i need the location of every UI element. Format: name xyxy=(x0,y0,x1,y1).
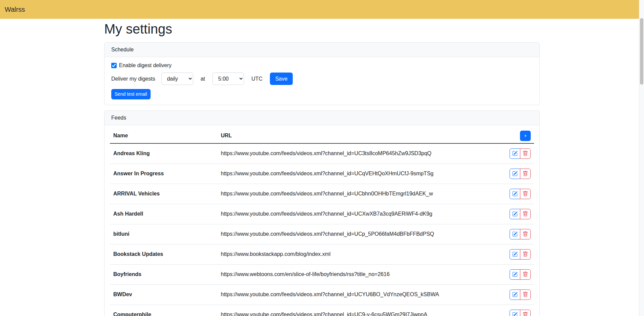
add-feed-button[interactable]: + xyxy=(520,131,531,141)
feed-url: https://www.youtube.com/feeds/videos.xml… xyxy=(217,224,490,244)
feed-actions-cell xyxy=(490,264,534,284)
feed-actions-cell xyxy=(490,305,534,316)
pencil-icon xyxy=(512,292,518,297)
edit-feed-button[interactable] xyxy=(510,169,520,179)
schedule-card-header: Schedule xyxy=(105,43,539,57)
feed-actions xyxy=(510,209,531,219)
delete-feed-button[interactable] xyxy=(520,169,531,179)
column-header-name: Name xyxy=(110,129,217,143)
edit-feed-button[interactable] xyxy=(510,310,520,316)
edit-feed-button[interactable] xyxy=(510,249,520,260)
feed-row: Boyfriends https://www.webtoons.com/en/s… xyxy=(110,264,534,284)
feed-actions xyxy=(510,249,531,260)
feed-name: BWDev xyxy=(110,284,217,305)
column-header-url: URL xyxy=(217,129,490,143)
delete-feed-button[interactable] xyxy=(520,269,531,280)
feed-actions-cell xyxy=(490,204,534,224)
feed-row: ARRIVAL Vehicles https://www.youtube.com… xyxy=(110,184,534,204)
feed-name: Ash Hardell xyxy=(110,204,217,224)
schedule-card-body: Enable digest delivery Deliver my digest… xyxy=(105,57,539,105)
trash-icon xyxy=(523,272,528,277)
enable-digest-checkbox[interactable] xyxy=(111,63,117,68)
navbar: Walrss xyxy=(0,0,644,19)
feed-actions xyxy=(510,310,531,316)
feed-url: https://www.youtube.com/feeds/videos.xml… xyxy=(217,305,490,316)
time-select[interactable]: 5:00 xyxy=(212,73,244,85)
feed-url: https://www.youtube.com/feeds/videos.xml… xyxy=(217,184,490,204)
feed-actions-cell xyxy=(490,164,534,184)
feed-row: Answer In Progress https://www.youtube.c… xyxy=(110,164,534,184)
navbar-brand[interactable]: Walrss xyxy=(5,6,25,13)
feed-name: Answer In Progress xyxy=(110,164,217,184)
enable-digest-row: Enable digest delivery xyxy=(111,62,534,69)
feed-actions-cell xyxy=(490,184,534,204)
feed-url: https://www.youtube.com/feeds/videos.xml… xyxy=(217,204,490,224)
edit-feed-button[interactable] xyxy=(510,229,520,239)
delete-feed-button[interactable] xyxy=(520,209,531,219)
feed-row: Computerphile https://www.youtube.com/fe… xyxy=(110,305,534,316)
delete-feed-button[interactable] xyxy=(520,249,531,260)
pencil-icon xyxy=(512,191,518,196)
edit-feed-button[interactable] xyxy=(510,189,520,199)
enable-digest-label[interactable]: Enable digest delivery xyxy=(119,62,172,69)
feed-row: bitluni https://www.youtube.com/feeds/vi… xyxy=(110,224,534,244)
feed-url: https://www.bookstackapp.com/blog/index.… xyxy=(217,244,490,264)
feeds-table: Name URL + Andreas Kling https://www.you… xyxy=(110,129,534,316)
timezone-label: UTC xyxy=(251,76,263,82)
feed-row: Bookstack Updates https://www.bookstacka… xyxy=(110,244,534,264)
feed-actions-cell xyxy=(490,224,534,244)
scrollbar-thumb[interactable] xyxy=(640,18,643,85)
feed-url: https://www.youtube.com/feeds/videos.xml… xyxy=(217,143,490,164)
feed-row: BWDev https://www.youtube.com/feeds/vide… xyxy=(110,284,534,305)
trash-icon xyxy=(523,252,528,257)
pencil-icon xyxy=(512,272,518,277)
feed-actions-cell xyxy=(490,284,534,305)
send-test-email-button[interactable]: Send test email xyxy=(111,89,151,99)
column-header-actions: + xyxy=(490,129,534,143)
delete-feed-button[interactable] xyxy=(520,189,531,199)
feeds-card: Feeds Name URL + Andreas Kling https://w… xyxy=(104,110,540,316)
feed-row: Ash Hardell https://www.youtube.com/feed… xyxy=(110,204,534,224)
trash-icon xyxy=(523,171,528,176)
feed-actions xyxy=(510,229,531,239)
edit-feed-button[interactable] xyxy=(510,209,520,219)
pencil-icon xyxy=(512,151,518,156)
edit-feed-button[interactable] xyxy=(510,289,520,300)
delete-feed-button[interactable] xyxy=(520,229,531,239)
feed-actions xyxy=(510,289,531,300)
feed-actions-cell xyxy=(490,244,534,264)
schedule-card: Schedule Enable digest delivery Deliver … xyxy=(104,42,540,105)
feed-url: https://www.youtube.com/feeds/videos.xml… xyxy=(217,164,490,184)
feed-actions xyxy=(510,169,531,179)
feed-row: Andreas Kling https://www.youtube.com/fe… xyxy=(110,143,534,164)
feed-actions xyxy=(510,189,531,199)
feed-name: Computerphile xyxy=(110,305,217,316)
trash-icon xyxy=(523,151,528,156)
feeds-table-header-row: Name URL + xyxy=(110,129,534,143)
frequency-select[interactable]: daily xyxy=(161,73,193,85)
trash-icon xyxy=(523,211,528,217)
feed-name: Boyfriends xyxy=(110,264,217,284)
delete-feed-button[interactable] xyxy=(520,289,531,300)
feed-name: Bookstack Updates xyxy=(110,244,217,264)
feed-name: Andreas Kling xyxy=(110,143,217,164)
delivery-controls: Deliver my digests daily at 5:00 UTC Sav… xyxy=(111,73,534,85)
main-content: My settings Schedule Enable digest deliv… xyxy=(100,21,544,316)
pencil-icon xyxy=(512,231,518,237)
pencil-icon xyxy=(512,252,518,257)
feed-name: ARRIVAL Vehicles xyxy=(110,184,217,204)
scrollbar[interactable] xyxy=(639,0,644,316)
save-button[interactable]: Save xyxy=(270,73,293,85)
feeds-card-header: Feeds xyxy=(105,111,539,125)
feed-url: https://www.youtube.com/feeds/videos.xml… xyxy=(217,284,490,305)
feed-url: https://www.webtoons.com/en/slice-of-lif… xyxy=(217,264,490,284)
feed-actions xyxy=(510,269,531,280)
edit-feed-button[interactable] xyxy=(510,269,520,280)
edit-feed-button[interactable] xyxy=(510,148,520,159)
trash-icon xyxy=(523,312,528,316)
pencil-icon xyxy=(512,211,518,217)
delete-feed-button[interactable] xyxy=(520,310,531,316)
feed-name: bitluni xyxy=(110,224,217,244)
pencil-icon xyxy=(512,312,518,316)
delete-feed-button[interactable] xyxy=(520,148,531,159)
